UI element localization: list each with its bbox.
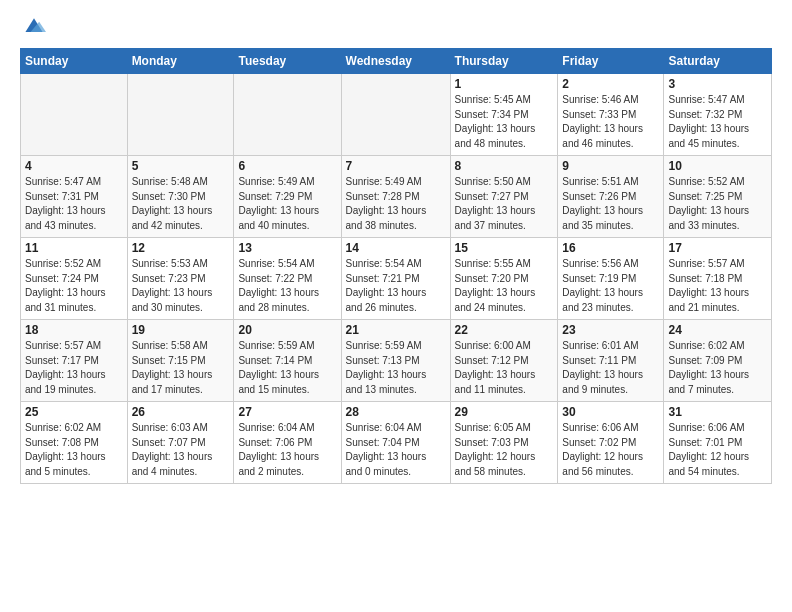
- day-info: Sunrise: 5:46 AM Sunset: 7:33 PM Dayligh…: [562, 93, 659, 151]
- day-info: Sunrise: 5:45 AM Sunset: 7:34 PM Dayligh…: [455, 93, 554, 151]
- weekday-header-tuesday: Tuesday: [234, 49, 341, 74]
- weekday-header-row: SundayMondayTuesdayWednesdayThursdayFrid…: [21, 49, 772, 74]
- calendar-week-row: 11Sunrise: 5:52 AM Sunset: 7:24 PM Dayli…: [21, 238, 772, 320]
- day-number: 21: [346, 323, 446, 337]
- weekday-header-wednesday: Wednesday: [341, 49, 450, 74]
- day-info: Sunrise: 5:54 AM Sunset: 7:21 PM Dayligh…: [346, 257, 446, 315]
- weekday-header-sunday: Sunday: [21, 49, 128, 74]
- calendar-cell: 10Sunrise: 5:52 AM Sunset: 7:25 PM Dayli…: [664, 156, 772, 238]
- calendar-cell: 13Sunrise: 5:54 AM Sunset: 7:22 PM Dayli…: [234, 238, 341, 320]
- calendar-week-row: 25Sunrise: 6:02 AM Sunset: 7:08 PM Dayli…: [21, 402, 772, 484]
- day-number: 4: [25, 159, 123, 173]
- day-number: 12: [132, 241, 230, 255]
- weekday-header-friday: Friday: [558, 49, 664, 74]
- day-info: Sunrise: 6:04 AM Sunset: 7:06 PM Dayligh…: [238, 421, 336, 479]
- day-number: 26: [132, 405, 230, 419]
- calendar-cell: 27Sunrise: 6:04 AM Sunset: 7:06 PM Dayli…: [234, 402, 341, 484]
- calendar-cell: 25Sunrise: 6:02 AM Sunset: 7:08 PM Dayli…: [21, 402, 128, 484]
- weekday-header-thursday: Thursday: [450, 49, 558, 74]
- day-number: 8: [455, 159, 554, 173]
- day-number: 15: [455, 241, 554, 255]
- day-info: Sunrise: 5:54 AM Sunset: 7:22 PM Dayligh…: [238, 257, 336, 315]
- day-info: Sunrise: 5:53 AM Sunset: 7:23 PM Dayligh…: [132, 257, 230, 315]
- day-number: 24: [668, 323, 767, 337]
- calendar-cell: 24Sunrise: 6:02 AM Sunset: 7:09 PM Dayli…: [664, 320, 772, 402]
- day-number: 6: [238, 159, 336, 173]
- weekday-header-saturday: Saturday: [664, 49, 772, 74]
- day-info: Sunrise: 5:47 AM Sunset: 7:32 PM Dayligh…: [668, 93, 767, 151]
- day-info: Sunrise: 6:06 AM Sunset: 7:01 PM Dayligh…: [668, 421, 767, 479]
- calendar-cell: 17Sunrise: 5:57 AM Sunset: 7:18 PM Dayli…: [664, 238, 772, 320]
- day-number: 1: [455, 77, 554, 91]
- day-info: Sunrise: 5:52 AM Sunset: 7:24 PM Dayligh…: [25, 257, 123, 315]
- calendar-cell: 9Sunrise: 5:51 AM Sunset: 7:26 PM Daylig…: [558, 156, 664, 238]
- calendar-cell: 1Sunrise: 5:45 AM Sunset: 7:34 PM Daylig…: [450, 74, 558, 156]
- calendar-cell: 28Sunrise: 6:04 AM Sunset: 7:04 PM Dayli…: [341, 402, 450, 484]
- calendar-cell: 21Sunrise: 5:59 AM Sunset: 7:13 PM Dayli…: [341, 320, 450, 402]
- calendar-cell: [341, 74, 450, 156]
- day-info: Sunrise: 5:52 AM Sunset: 7:25 PM Dayligh…: [668, 175, 767, 233]
- day-info: Sunrise: 5:49 AM Sunset: 7:28 PM Dayligh…: [346, 175, 446, 233]
- day-info: Sunrise: 6:06 AM Sunset: 7:02 PM Dayligh…: [562, 421, 659, 479]
- calendar-cell: 8Sunrise: 5:50 AM Sunset: 7:27 PM Daylig…: [450, 156, 558, 238]
- day-number: 2: [562, 77, 659, 91]
- calendar-cell: 16Sunrise: 5:56 AM Sunset: 7:19 PM Dayli…: [558, 238, 664, 320]
- day-number: 5: [132, 159, 230, 173]
- calendar-cell: 29Sunrise: 6:05 AM Sunset: 7:03 PM Dayli…: [450, 402, 558, 484]
- day-number: 25: [25, 405, 123, 419]
- calendar-cell: 20Sunrise: 5:59 AM Sunset: 7:14 PM Dayli…: [234, 320, 341, 402]
- day-info: Sunrise: 5:57 AM Sunset: 7:18 PM Dayligh…: [668, 257, 767, 315]
- day-number: 14: [346, 241, 446, 255]
- calendar-cell: 2Sunrise: 5:46 AM Sunset: 7:33 PM Daylig…: [558, 74, 664, 156]
- header: [20, 16, 772, 36]
- day-number: 19: [132, 323, 230, 337]
- day-number: 23: [562, 323, 659, 337]
- day-info: Sunrise: 5:58 AM Sunset: 7:15 PM Dayligh…: [132, 339, 230, 397]
- calendar-cell: 15Sunrise: 5:55 AM Sunset: 7:20 PM Dayli…: [450, 238, 558, 320]
- calendar-cell: 30Sunrise: 6:06 AM Sunset: 7:02 PM Dayli…: [558, 402, 664, 484]
- calendar-cell: 31Sunrise: 6:06 AM Sunset: 7:01 PM Dayli…: [664, 402, 772, 484]
- calendar-table: SundayMondayTuesdayWednesdayThursdayFrid…: [20, 48, 772, 484]
- day-info: Sunrise: 6:04 AM Sunset: 7:04 PM Dayligh…: [346, 421, 446, 479]
- day-info: Sunrise: 5:51 AM Sunset: 7:26 PM Dayligh…: [562, 175, 659, 233]
- day-info: Sunrise: 5:59 AM Sunset: 7:13 PM Dayligh…: [346, 339, 446, 397]
- day-info: Sunrise: 6:00 AM Sunset: 7:12 PM Dayligh…: [455, 339, 554, 397]
- day-number: 29: [455, 405, 554, 419]
- day-info: Sunrise: 5:50 AM Sunset: 7:27 PM Dayligh…: [455, 175, 554, 233]
- calendar-cell: 6Sunrise: 5:49 AM Sunset: 7:29 PM Daylig…: [234, 156, 341, 238]
- day-info: Sunrise: 5:57 AM Sunset: 7:17 PM Dayligh…: [25, 339, 123, 397]
- day-number: 30: [562, 405, 659, 419]
- calendar-cell: 23Sunrise: 6:01 AM Sunset: 7:11 PM Dayli…: [558, 320, 664, 402]
- day-number: 17: [668, 241, 767, 255]
- logo: [20, 16, 46, 36]
- calendar-cell: 12Sunrise: 5:53 AM Sunset: 7:23 PM Dayli…: [127, 238, 234, 320]
- day-info: Sunrise: 5:56 AM Sunset: 7:19 PM Dayligh…: [562, 257, 659, 315]
- day-number: 22: [455, 323, 554, 337]
- day-number: 31: [668, 405, 767, 419]
- day-number: 16: [562, 241, 659, 255]
- calendar-cell: [234, 74, 341, 156]
- calendar-cell: 11Sunrise: 5:52 AM Sunset: 7:24 PM Dayli…: [21, 238, 128, 320]
- calendar-week-row: 4Sunrise: 5:47 AM Sunset: 7:31 PM Daylig…: [21, 156, 772, 238]
- day-info: Sunrise: 5:49 AM Sunset: 7:29 PM Dayligh…: [238, 175, 336, 233]
- calendar-cell: [127, 74, 234, 156]
- calendar-cell: 5Sunrise: 5:48 AM Sunset: 7:30 PM Daylig…: [127, 156, 234, 238]
- day-number: 18: [25, 323, 123, 337]
- day-number: 7: [346, 159, 446, 173]
- day-info: Sunrise: 6:01 AM Sunset: 7:11 PM Dayligh…: [562, 339, 659, 397]
- calendar-cell: [21, 74, 128, 156]
- day-info: Sunrise: 6:03 AM Sunset: 7:07 PM Dayligh…: [132, 421, 230, 479]
- calendar-cell: 22Sunrise: 6:00 AM Sunset: 7:12 PM Dayli…: [450, 320, 558, 402]
- calendar-week-row: 18Sunrise: 5:57 AM Sunset: 7:17 PM Dayli…: [21, 320, 772, 402]
- day-number: 9: [562, 159, 659, 173]
- day-info: Sunrise: 6:02 AM Sunset: 7:08 PM Dayligh…: [25, 421, 123, 479]
- day-info: Sunrise: 5:55 AM Sunset: 7:20 PM Dayligh…: [455, 257, 554, 315]
- page: SundayMondayTuesdayWednesdayThursdayFrid…: [0, 0, 792, 494]
- logo-icon: [22, 16, 46, 36]
- calendar-cell: 3Sunrise: 5:47 AM Sunset: 7:32 PM Daylig…: [664, 74, 772, 156]
- day-info: Sunrise: 5:48 AM Sunset: 7:30 PM Dayligh…: [132, 175, 230, 233]
- day-number: 28: [346, 405, 446, 419]
- day-number: 13: [238, 241, 336, 255]
- calendar-cell: 4Sunrise: 5:47 AM Sunset: 7:31 PM Daylig…: [21, 156, 128, 238]
- day-info: Sunrise: 5:59 AM Sunset: 7:14 PM Dayligh…: [238, 339, 336, 397]
